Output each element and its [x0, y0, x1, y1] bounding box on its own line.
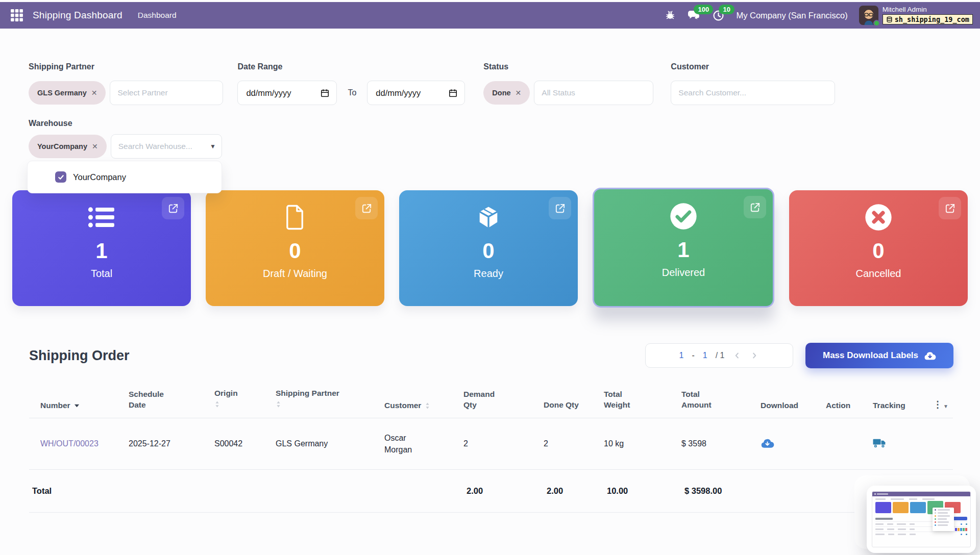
remove-tag-icon[interactable]: ✕	[91, 89, 97, 97]
date-range-label: Date Range	[237, 62, 465, 71]
kpi-label: Total	[91, 268, 112, 280]
column-number[interactable]: Number	[29, 389, 129, 418]
chevron-left-icon[interactable]	[732, 351, 742, 360]
calendar-icon	[448, 88, 458, 98]
warehouse-label: Warehouse	[29, 119, 222, 128]
mass-download-labels-button[interactable]: Mass Download Labels	[805, 343, 953, 368]
section-title: Shipping Order	[29, 348, 130, 364]
preview-cards	[872, 501, 970, 515]
order-number-link[interactable]: WH/OUT/00023	[40, 439, 99, 448]
remove-tag-icon[interactable]: ✕	[516, 89, 522, 97]
external-link-icon[interactable]	[549, 197, 571, 219]
kpi-card-draft-waiting[interactable]: 0 Draft / Waiting	[206, 190, 384, 306]
remove-tag-icon[interactable]: ✕	[92, 142, 98, 150]
filter-status: Status Done ✕	[483, 62, 653, 105]
avatar	[859, 6, 878, 25]
cell-done-qty: 2	[544, 418, 604, 470]
check-icon	[58, 174, 64, 181]
cell-origin: S00042	[214, 418, 276, 470]
kpi-card-total[interactable]: 1 Total	[12, 190, 191, 306]
preview-topbar	[872, 492, 970, 496]
column-shipping-partner[interactable]: Shipping Partner	[276, 389, 384, 418]
cell-tracking	[873, 418, 933, 470]
column-done-qty: Done Qty	[544, 389, 604, 418]
filter-shipping-partner: Shipping Partner GLS Germany ✕	[29, 62, 223, 105]
date-to-field[interactable]: dd/mm/yyyy	[367, 81, 465, 105]
warehouse-dropdown-panel: YourCompany	[27, 161, 222, 193]
document-icon	[283, 203, 307, 232]
column-customer[interactable]: Customer	[384, 389, 463, 418]
messages-icon[interactable]: 100	[687, 9, 701, 21]
warehouse-option-checkbox[interactable]	[55, 171, 66, 183]
user-menu[interactable]: Mitchell Admin sh_shipping_19_com	[859, 6, 973, 25]
sort-desc-icon	[74, 403, 80, 408]
column-origin[interactable]: Origin	[214, 389, 276, 418]
filters-row-2: Warehouse YourCompany ✕ ▼	[29, 119, 222, 159]
customer-search-input[interactable]	[671, 81, 835, 105]
kpi-card-delivered[interactable]: 1 Delivered	[593, 188, 774, 308]
external-link-icon[interactable]	[744, 196, 766, 218]
database-badge: sh_shipping_19_com	[883, 14, 973, 24]
kpi-cards: 1 Total 0 Draft / Waiting 0 Ready 1 Deli…	[12, 190, 968, 313]
table-header-row: Number Schedule Date Origin Shipping Par…	[29, 389, 953, 418]
tracking-truck-icon[interactable]	[873, 438, 887, 448]
warehouse-tag[interactable]: YourCompany ✕	[29, 135, 107, 158]
table-total-row: Total 2.00 2.00 10.00 $ 3598.00	[29, 470, 953, 513]
chevron-right-icon[interactable]	[750, 351, 759, 360]
cell-demand-qty: 2	[463, 418, 544, 470]
shipping-dashboard-page: Shipping Dashboard Dashboard 100 10 My C…	[0, 0, 980, 555]
apps-grid-icon[interactable]	[8, 7, 26, 24]
column-action: Action	[826, 389, 873, 418]
company-switcher[interactable]: My Company (San Francisco)	[736, 11, 847, 20]
shipping-order-table: Number Schedule Date Origin Shipping Par…	[29, 389, 953, 513]
user-name: Mitchell Admin	[883, 6, 973, 13]
filter-warehouse: Warehouse YourCompany ✕ ▼	[29, 119, 222, 159]
shipping-partner-input[interactable]	[110, 81, 223, 105]
app-title[interactable]: Shipping Dashboard	[33, 10, 122, 21]
page-start[interactable]: 1	[679, 351, 684, 360]
warehouse-option-label[interactable]: YourCompany	[73, 172, 126, 182]
sort-icon	[214, 400, 220, 408]
column-options[interactable]: ⋮▼	[933, 389, 953, 418]
total-weight: 10.00	[604, 470, 681, 513]
cell-shipping-partner: GLS Germany	[276, 418, 384, 470]
cell-total-amount: $ 3598	[681, 418, 761, 470]
cell-action	[826, 418, 873, 470]
external-link-icon[interactable]	[939, 197, 961, 219]
status-input[interactable]	[534, 81, 653, 105]
shipping-partner-label: Shipping Partner	[29, 62, 223, 71]
pagination: 1 - 1 / 1	[645, 343, 793, 368]
status-label: Status	[483, 62, 653, 71]
column-tracking: Tracking	[873, 389, 933, 418]
external-link-icon[interactable]	[355, 197, 378, 219]
kpi-card-cancelled[interactable]: 0 Cancelled	[789, 190, 968, 306]
preview-screen	[872, 491, 971, 547]
activities-clock-icon[interactable]: 10	[712, 9, 725, 22]
external-link-icon[interactable]	[162, 197, 184, 219]
sort-icon	[276, 400, 281, 408]
check-circle-icon	[669, 201, 698, 231]
date-from-field[interactable]: dd/mm/yyyy	[237, 81, 337, 105]
dashboard-preview-thumbnail[interactable]	[867, 486, 976, 553]
preview-dropdown	[933, 508, 954, 531]
download-label-cloud-icon[interactable]	[761, 438, 774, 448]
cell-customer: Oscar Morgan	[384, 418, 463, 470]
debug-bug-icon[interactable]	[665, 10, 676, 21]
column-demand-qty: Demand Qty	[463, 389, 544, 418]
preview-orders-header	[872, 515, 970, 521]
shipping-partner-tag[interactable]: GLS Germany ✕	[29, 81, 106, 105]
column-total-weight: Total Weight	[604, 389, 681, 418]
warehouse-search-input[interactable]	[111, 134, 222, 159]
column-download: Download	[761, 389, 826, 418]
activities-count-badge: 10	[719, 5, 734, 14]
status-tag[interactable]: Done ✕	[483, 81, 530, 105]
database-icon	[886, 16, 893, 23]
column-schedule-date[interactable]: Schedule Date	[129, 389, 214, 418]
cell-download	[761, 418, 826, 470]
list-icon	[88, 203, 115, 232]
total-label: Total	[29, 470, 129, 513]
kpi-card-ready[interactable]: 0 Ready	[399, 190, 578, 306]
page-end[interactable]: 1	[703, 351, 707, 360]
menu-dashboard[interactable]: Dashboard	[138, 11, 177, 20]
kpi-value: 0	[482, 239, 494, 263]
